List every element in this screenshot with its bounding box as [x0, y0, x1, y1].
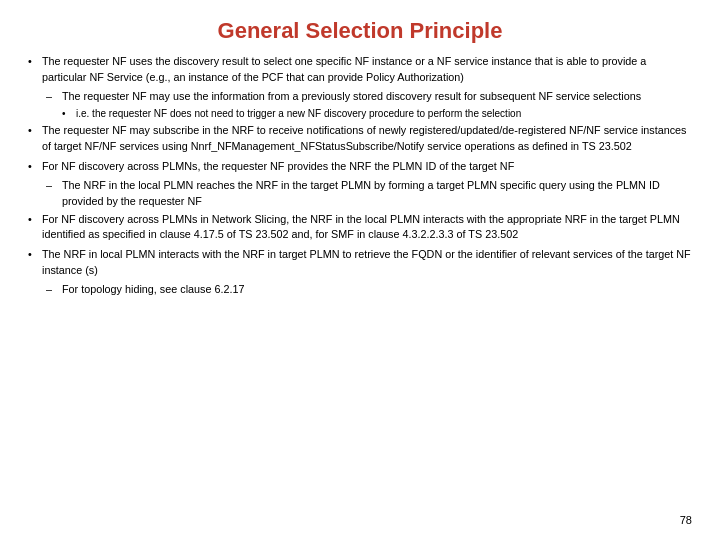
bullet-text-2: The requester NF may subscribe in the NR… — [42, 123, 692, 154]
dash-symbol-3: – — [46, 178, 62, 194]
bullet-5: • The NRF in local PLMN interacts with t… — [28, 247, 692, 278]
slide-title: General Selection Principle — [28, 18, 692, 44]
bullet-text-3: For NF discovery across PLMNs, the reque… — [42, 159, 692, 175]
page-number: 78 — [28, 514, 692, 526]
bullet-symbol-3: • — [28, 159, 42, 175]
dash-text-1: The requester NF may use the information… — [62, 89, 692, 105]
bullet-2: • The requester NF may subscribe in the … — [28, 123, 692, 154]
slide-content: • The requester NF uses the discovery re… — [28, 54, 692, 512]
bullet-symbol-2: • — [28, 123, 42, 139]
dash-symbol-5: – — [46, 282, 62, 298]
sub-dash-3: – The NRF in the local PLMN reaches the … — [46, 178, 692, 209]
sbullet-symbol-1: • — [62, 107, 76, 122]
bullet-symbol-5: • — [28, 247, 42, 263]
sub-dash-5: – For topology hiding, see clause 6.2.17 — [46, 282, 692, 298]
sub-sub-bullet-1: • i.e. the requester NF does not need to… — [62, 107, 692, 122]
bullet-text-4: For NF discovery across PLMNs in Network… — [42, 212, 692, 243]
slide: General Selection Principle • The reques… — [0, 0, 720, 540]
bullet-3: • For NF discovery across PLMNs, the req… — [28, 159, 692, 175]
bullet-symbol-1: • — [28, 54, 42, 70]
dash-text-3: The NRF in the local PLMN reaches the NR… — [62, 178, 692, 209]
bullet-text-5: The NRF in local PLMN interacts with the… — [42, 247, 692, 278]
sbullet-text-1: i.e. the requester NF does not need to t… — [76, 107, 692, 122]
bullet-4: • For NF discovery across PLMNs in Netwo… — [28, 212, 692, 243]
sub-dash-1: – The requester NF may use the informati… — [46, 89, 692, 105]
bullet-1: • The requester NF uses the discovery re… — [28, 54, 692, 85]
bullet-symbol-4: • — [28, 212, 42, 228]
bullet-text-1: The requester NF uses the discovery resu… — [42, 54, 692, 85]
dash-text-5: For topology hiding, see clause 6.2.17 — [62, 282, 692, 298]
dash-symbol-1: – — [46, 89, 62, 105]
